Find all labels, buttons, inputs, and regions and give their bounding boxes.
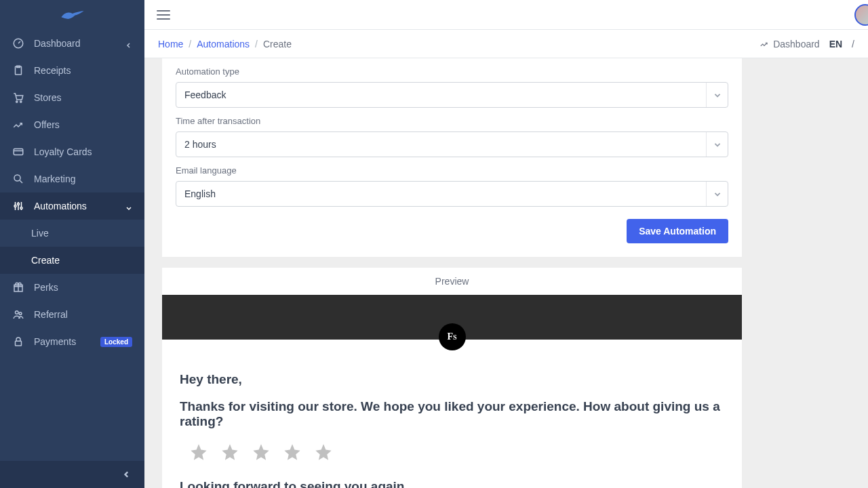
label-automation-type: Automation type <box>176 66 728 77</box>
sidebar-label: Dashboard <box>34 38 116 49</box>
sidebar-item-offers[interactable]: Offers <box>0 111 144 138</box>
sidebar-item-receipts[interactable]: Receipts <box>0 57 144 84</box>
bird-logo-icon <box>59 7 86 23</box>
sidebar-item-marketing[interactable]: Marketing <box>0 165 144 192</box>
svg-point-2 <box>16 101 18 102</box>
sidebar-item-automations[interactable]: Automations <box>0 192 144 220</box>
form-group-time-after: Time after transaction 2 hours <box>176 108 728 157</box>
chevron-down-icon <box>706 182 728 206</box>
svg-point-3 <box>20 101 22 102</box>
lang-sep: / <box>852 39 854 49</box>
sidebar-item-referral[interactable]: Referral <box>0 301 144 328</box>
card-icon <box>12 146 24 158</box>
locked-badge: Locked <box>100 337 132 347</box>
svg-rect-4 <box>14 149 23 155</box>
form-card: Automation type Feedback Time after tran… <box>162 58 742 257</box>
select-email-language[interactable]: English <box>176 181 728 207</box>
lock-icon <box>12 336 24 348</box>
svg-point-10 <box>16 311 19 314</box>
breadcrumb-sep: / <box>189 39 191 49</box>
sidebar-item-loyalty[interactable]: Loyalty Cards <box>0 138 144 165</box>
rating-stars <box>189 443 724 462</box>
button-row: Save Automation <box>176 219 728 243</box>
chevron-left-icon <box>125 40 132 47</box>
sidebar-label: Automations <box>34 201 116 211</box>
subbar: Home / Automations / Create Dashboard EN… <box>144 30 868 58</box>
sidebar-nav: Dashboard Receipts Stores Offers Loyalty… <box>0 30 144 461</box>
main-area: Home / Automations / Create Dashboard EN… <box>144 0 868 488</box>
star-icon[interactable] <box>252 443 271 462</box>
svg-rect-12 <box>16 341 22 346</box>
clipboard-icon <box>12 64 24 77</box>
svg-point-5 <box>14 175 20 181</box>
search-icon <box>12 173 24 185</box>
preview-card: Preview FS Hey there, Thanks for visitin… <box>162 268 742 488</box>
sidebar-item-stores[interactable]: Stores <box>0 84 144 111</box>
sidebar-item-perks[interactable]: Perks <box>0 274 144 301</box>
select-automation-type[interactable]: Feedback <box>176 82 728 108</box>
content: Automation type Feedback Time after tran… <box>144 58 868 488</box>
sidebar-label: Stores <box>34 92 132 103</box>
language-selector[interactable]: EN <box>829 39 842 49</box>
sidebar-label: Payments <box>34 336 91 347</box>
star-icon[interactable] <box>283 443 302 462</box>
group-icon <box>12 308 24 321</box>
user-avatar[interactable] <box>854 4 868 26</box>
select-value: 2 hours <box>184 139 216 150</box>
topbar <box>144 0 868 30</box>
cart-icon <box>12 92 24 104</box>
sidebar-item-dashboard[interactable]: Dashboard <box>0 30 144 57</box>
sidebar-label: Loyalty Cards <box>34 146 132 157</box>
preview-header: FS <box>162 295 742 340</box>
breadcrumb: Home / Automations / Create <box>158 39 292 49</box>
sidebar-label: Perks <box>34 282 132 293</box>
chevron-down-icon <box>706 83 728 107</box>
sidebar-label: Offers <box>34 119 132 130</box>
svg-point-11 <box>19 312 22 315</box>
svg-point-6 <box>14 205 16 207</box>
label-time-after: Time after transaction <box>176 116 728 126</box>
star-icon[interactable] <box>314 443 333 462</box>
sidebar-subitem-live[interactable]: Live <box>0 220 144 247</box>
preview-body-text: Thanks for visiting our store. We hope y… <box>180 399 724 429</box>
preview-closing: Looking forward to seeing you again, <box>180 479 724 488</box>
preview-greeting: Hey there, <box>180 372 724 387</box>
app-logo <box>0 0 144 30</box>
sidebar-label: Receipts <box>34 65 132 76</box>
sidebar-sublabel: Create <box>31 255 60 266</box>
sidebar-collapse[interactable] <box>0 461 144 488</box>
sidebar-label: Marketing <box>34 174 132 184</box>
form-group-automation-type: Automation type Feedback <box>176 58 728 108</box>
trend-icon <box>12 119 24 131</box>
select-value: Feedback <box>184 89 226 100</box>
chevron-down-icon <box>125 203 132 209</box>
gauge-icon <box>12 37 24 49</box>
form-group-email-language: Email language English <box>176 157 728 207</box>
svg-point-7 <box>18 203 20 205</box>
breadcrumb-home[interactable]: Home <box>158 39 183 49</box>
preview-body: Hey there, Thanks for visiting our store… <box>162 340 742 488</box>
preview-title: Preview <box>162 268 742 295</box>
sidebar-label: Referral <box>34 309 132 320</box>
save-automation-button[interactable]: Save Automation <box>627 219 728 243</box>
sliders-icon <box>12 200 24 212</box>
sidebar-sublabel: Live <box>31 228 49 239</box>
store-logo: FS <box>439 323 466 350</box>
trend-up-icon <box>760 39 769 49</box>
breadcrumb-sep: / <box>255 39 258 49</box>
sidebar-item-payments[interactable]: Payments Locked <box>0 328 144 355</box>
label-email-language: Email language <box>176 165 728 176</box>
subbar-right: Dashboard EN / <box>760 39 854 49</box>
chevron-down-icon <box>706 132 728 157</box>
star-icon[interactable] <box>189 443 208 462</box>
breadcrumb-automations[interactable]: Automations <box>197 39 250 49</box>
sidebar-subitem-create[interactable]: Create <box>0 247 144 274</box>
select-time-after[interactable]: 2 hours <box>176 131 728 157</box>
chevron-left-icon <box>123 470 131 479</box>
dashboard-link[interactable]: Dashboard <box>760 39 820 49</box>
gift-icon <box>12 281 24 293</box>
star-icon[interactable] <box>220 443 239 462</box>
hamburger-menu[interactable] <box>157 10 170 20</box>
dashboard-link-label: Dashboard <box>773 39 820 49</box>
svg-point-8 <box>20 207 22 209</box>
